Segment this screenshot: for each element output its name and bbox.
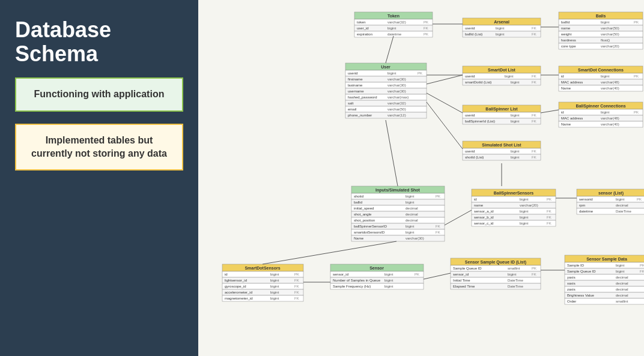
svg-text:MAC address: MAC address <box>561 80 583 84</box>
implemented-label: Implemented tables but currently not sto… <box>15 124 183 171</box>
svg-text:bigint: bigint <box>270 279 279 282</box>
svg-text:varchar(50): varchar(50) <box>387 107 406 111</box>
svg-text:bigint: bigint <box>496 32 505 36</box>
svg-text:bigint: bigint <box>406 195 415 198</box>
svg-text:varchar(30): varchar(30) <box>387 83 406 87</box>
svg-text:FK: FK <box>532 273 536 276</box>
svg-text:bigint: bigint <box>511 113 520 117</box>
svg-text:PK: PK <box>424 32 428 36</box>
svg-text:Sensor: Sensor <box>369 266 384 270</box>
svg-text:ballid: ballid <box>354 201 362 204</box>
svg-text:bigint: bigint <box>616 270 625 273</box>
svg-text:xaxis: xaxis <box>567 282 576 285</box>
svg-text:sensor_c_id: sensor_c_id <box>474 222 493 225</box>
svg-text:bigint: bigint <box>406 225 415 228</box>
svg-text:bigint: bigint <box>601 20 610 24</box>
svg-text:FK: FK <box>294 279 299 282</box>
svg-text:userid: userid <box>465 26 475 30</box>
svg-text:sensor_a_id: sensor_a_id <box>474 210 494 213</box>
svg-text:FK: FK <box>547 222 551 225</box>
svg-text:PK: PK <box>640 264 644 267</box>
svg-text:decimal: decimal <box>616 282 628 285</box>
schema-svg: Token tokenvarchar(32)PK user_idbigintFK… <box>204 6 644 348</box>
svg-text:name: name <box>474 204 484 207</box>
svg-text:varchar(40): varchar(40) <box>601 86 619 90</box>
svg-text:varchar(48): varchar(48) <box>601 80 619 84</box>
svg-text:id: id <box>225 273 228 276</box>
svg-text:firstname: firstname <box>348 77 363 81</box>
svg-text:FK: FK <box>532 113 536 117</box>
svg-text:Sensor Sample Queue ID (List): Sensor Sample Queue ID (List) <box>465 260 526 265</box>
svg-text:sensor_id: sensor_id <box>453 273 469 276</box>
svg-text:varchar(32): varchar(32) <box>387 101 406 105</box>
svg-text:varchar(30): varchar(30) <box>406 237 424 240</box>
svg-text:varchar(20): varchar(20) <box>520 204 538 207</box>
svg-rect-125 <box>351 193 445 199</box>
functioning-label: Functioning with application <box>15 77 183 111</box>
svg-text:decimal: decimal <box>406 219 418 222</box>
svg-text:Arsenal: Arsenal <box>494 20 509 24</box>
svg-line-265 <box>427 93 463 113</box>
svg-text:varchar(30): varchar(30) <box>387 89 406 93</box>
svg-text:decimal: decimal <box>616 204 628 207</box>
svg-text:initial_speed: initial_speed <box>354 207 374 210</box>
svg-text:id: id <box>561 74 564 78</box>
svg-text:user_id: user_id <box>357 26 369 30</box>
svg-text:sensorid: sensorid <box>579 198 593 201</box>
svg-text:varchar(50): varchar(50) <box>601 26 619 30</box>
svg-text:varchar(40): varchar(40) <box>601 122 619 126</box>
svg-text:SmartDot Connections: SmartDot Connections <box>578 68 624 72</box>
svg-rect-158 <box>472 202 556 208</box>
svg-text:userid: userid <box>465 74 475 78</box>
svg-text:ballId: ballId <box>561 20 570 24</box>
svg-text:smartdotSensorsID: smartdotSensorsID <box>354 231 385 234</box>
svg-text:DateTime: DateTime <box>616 210 631 213</box>
svg-text:Sensor Sample Data: Sensor Sample Data <box>586 257 627 262</box>
svg-text:userid: userid <box>348 71 357 75</box>
svg-text:lastname: lastname <box>348 83 363 87</box>
svg-text:bigint: bigint <box>384 285 393 288</box>
svg-text:PK: PK <box>418 71 422 75</box>
svg-text:bigint: bigint <box>270 285 279 288</box>
svg-text:BallSpinner List: BallSpinner List <box>485 107 518 112</box>
svg-text:username: username <box>348 89 364 93</box>
svg-text:Inputs/Simulated Shot: Inputs/Simulated Shot <box>375 188 421 193</box>
svg-text:Brightness Value: Brightness Value <box>567 294 595 297</box>
svg-text:float(): float() <box>601 38 610 42</box>
svg-text:Balls: Balls <box>596 14 606 18</box>
svg-text:sensor_b_id: sensor_b_id <box>474 216 494 219</box>
svg-text:Sample Queue ID: Sample Queue ID <box>453 267 482 270</box>
svg-text:token: token <box>357 20 366 24</box>
svg-line-267 <box>427 102 463 149</box>
svg-text:phone_number: phone_number <box>348 113 372 117</box>
svg-text:Order: Order <box>567 300 576 303</box>
svg-rect-187 <box>222 271 303 277</box>
svg-text:ballSpinnerSensorID: ballSpinnerSensorID <box>354 225 387 228</box>
svg-rect-245 <box>565 274 644 280</box>
svg-text:Number of Samples in Queue: Number of Samples in Queue <box>333 279 381 282</box>
svg-text:Name: Name <box>561 122 571 126</box>
left-panel: Database Schema Functioning with applica… <box>0 0 198 356</box>
svg-text:PK: PK <box>294 273 299 276</box>
svg-text:varchar(30): varchar(30) <box>387 77 406 81</box>
svg-text:FK: FK <box>294 291 299 294</box>
svg-text:shot_position: shot_position <box>354 219 375 222</box>
svg-text:Token: Token <box>387 14 399 18</box>
svg-rect-149 <box>351 235 445 241</box>
svg-rect-154 <box>472 196 556 202</box>
svg-text:PK: PK <box>547 198 551 201</box>
svg-text:bigint: bigint <box>511 149 520 153</box>
svg-text:gyroscope_id: gyroscope_id <box>225 285 246 288</box>
svg-text:bigint: bigint <box>505 74 514 78</box>
svg-text:SmartDot List: SmartDot List <box>488 68 516 72</box>
svg-text:Elapsed Time: Elapsed Time <box>453 285 475 288</box>
svg-text:FK: FK <box>532 149 536 153</box>
svg-text:bigint: bigint <box>601 74 610 78</box>
svg-text:varchar(32): varchar(32) <box>387 20 406 24</box>
svg-text:Sample Frequency (Hz): Sample Frequency (Hz) <box>333 285 371 288</box>
svg-text:smallint: smallint <box>508 267 520 270</box>
svg-rect-179 <box>577 202 644 208</box>
schema-diagram: Token tokenvarchar(32)PK user_idbigintFK… <box>198 0 644 356</box>
svg-text:userid: userid <box>465 149 475 153</box>
svg-line-263 <box>427 75 463 84</box>
